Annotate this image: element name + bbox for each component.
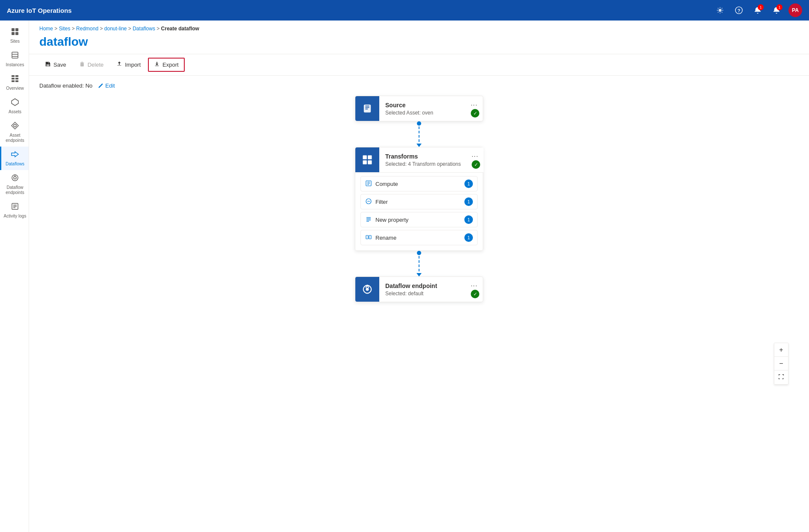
- sidebar: Sites Instances Overview Assets Asset en…: [0, 21, 29, 532]
- dataflow-status-bar: Dataflow enabled: No Edit: [39, 82, 799, 89]
- notifications-button-1[interactable]: 1: [751, 3, 765, 17]
- settings-button[interactable]: [713, 3, 727, 17]
- canvas-area: Dataflow enabled: No Edit Source: [29, 76, 809, 532]
- export-icon: [154, 61, 160, 68]
- connector-arrow-2: [416, 273, 422, 276]
- save-icon: [45, 61, 51, 68]
- svg-rect-7: [12, 52, 18, 58]
- transform-item-filter[interactable]: Filter 1: [360, 194, 478, 209]
- user-avatar[interactable]: PA: [788, 3, 802, 17]
- sidebar-item-activity-logs[interactable]: Activity logs: [0, 199, 29, 222]
- toolbar: Save Delete Import Export: [29, 54, 809, 76]
- endpoint-node-body: Dataflow endpoint ··· Selected: default: [379, 277, 483, 302]
- sidebar-item-asset-endpoints[interactable]: Asset endpoints: [0, 118, 29, 147]
- assets-icon: [11, 98, 19, 108]
- sidebar-item-dataflow-endpoints[interactable]: Dataflow endpoints: [0, 170, 29, 199]
- transforms-node-check: ✓: [472, 160, 480, 169]
- breadcrumb: Home > Sites > Redmond > donut-line > Da…: [29, 21, 809, 33]
- sidebar-item-sites[interactable]: Sites: [0, 24, 29, 47]
- breadcrumb-donut-line[interactable]: donut-line: [104, 26, 127, 32]
- svg-rect-12: [12, 78, 15, 79]
- transform-item-compute[interactable]: Compute 1: [360, 176, 478, 191]
- transforms-node-body: Transforms ··· Selected: 4 Transform ope…: [379, 147, 484, 172]
- import-icon: [116, 61, 122, 68]
- help-button[interactable]: ?: [732, 3, 746, 17]
- endpoint-node-title: Dataflow endpoint: [385, 282, 437, 289]
- delete-icon: [79, 61, 85, 68]
- svg-point-17: [14, 124, 16, 127]
- sidebar-activity-logs-label: Activity logs: [4, 214, 27, 219]
- transform-item-rename[interactable]: Rename 1: [360, 230, 478, 245]
- svg-rect-15: [15, 80, 18, 82]
- svg-rect-3: [12, 28, 15, 31]
- svg-point-42: [366, 288, 369, 291]
- delete-button[interactable]: Delete: [74, 58, 109, 71]
- transforms-node-more[interactable]: ···: [472, 153, 478, 160]
- endpoint-node-header: Dataflow endpoint ···: [385, 282, 478, 290]
- page-title: dataflow: [29, 33, 809, 54]
- endpoint-node-subtitle: Selected: default: [385, 291, 478, 297]
- rename-icon: [365, 234, 372, 242]
- sidebar-item-overview[interactable]: Overview: [0, 71, 29, 94]
- svg-rect-26: [363, 156, 367, 159]
- filter-label: Filter: [375, 199, 388, 205]
- source-node-more[interactable]: ···: [471, 101, 478, 109]
- save-button[interactable]: Save: [39, 58, 72, 71]
- connector-2: [416, 251, 422, 276]
- sidebar-item-dataflows[interactable]: Dataflows: [0, 147, 29, 170]
- svg-rect-14: [12, 80, 15, 82]
- overview-icon: [11, 74, 19, 84]
- svg-rect-6: [15, 32, 18, 35]
- compute-label: Compute: [375, 181, 398, 187]
- notifications-button-2[interactable]: 1: [770, 3, 783, 17]
- transform-item-filter-left: Filter: [365, 198, 388, 206]
- flow-canvas: Source ··· Selected Asset: oven ✓: [39, 96, 799, 395]
- svg-rect-11: [15, 75, 18, 77]
- fit-view-button[interactable]: [774, 370, 788, 384]
- new-property-badge: 1: [464, 215, 473, 224]
- zoom-out-icon: −: [779, 360, 783, 367]
- sidebar-sites-label: Sites: [10, 39, 20, 44]
- transforms-node-header: Transforms ···: [385, 153, 478, 160]
- source-node-header: Source ···: [385, 101, 478, 109]
- page-content: Home > Sites > Redmond > donut-line > Da…: [29, 21, 809, 532]
- svg-rect-13: [15, 78, 18, 79]
- sidebar-item-instances[interactable]: Instances: [0, 47, 29, 71]
- svg-rect-5: [12, 32, 15, 35]
- main-layout: Sites Instances Overview Assets Asset en…: [0, 21, 809, 532]
- source-node-icon: [355, 96, 379, 121]
- transform-item-new-property[interactable]: New property 1: [360, 212, 478, 227]
- compute-badge: 1: [464, 179, 473, 188]
- app-title: Azure IoT Operations: [7, 7, 713, 14]
- breadcrumb-dataflows[interactable]: Dataflows: [133, 26, 155, 32]
- endpoint-node-check: ✓: [471, 290, 479, 298]
- notification-badge-2: 1: [777, 4, 782, 10]
- topnav-icons: ? 1 1 PA: [713, 3, 802, 17]
- svg-rect-29: [368, 160, 372, 164]
- source-node[interactable]: Source ··· Selected Asset: oven ✓: [355, 96, 483, 121]
- breadcrumb-home[interactable]: Home: [39, 26, 53, 32]
- sidebar-item-assets[interactable]: Assets: [0, 94, 29, 118]
- dataflows-icon: [11, 150, 19, 160]
- export-button[interactable]: Export: [148, 58, 185, 72]
- breadcrumb-sites[interactable]: Sites: [59, 26, 71, 32]
- top-navigation: Azure IoT Operations ? 1 1 PA: [0, 0, 809, 21]
- svg-point-19: [14, 176, 16, 179]
- svg-text:?: ?: [738, 8, 741, 13]
- breadcrumb-redmond[interactable]: Redmond: [76, 26, 98, 32]
- zoom-out-button[interactable]: −: [774, 357, 788, 370]
- sidebar-dataflow-endpoints-label: Dataflow endpoints: [3, 185, 27, 195]
- transform-item-compute-left: Compute: [365, 180, 398, 188]
- endpoint-node[interactable]: Dataflow endpoint ··· Selected: default …: [355, 276, 483, 302]
- zoom-controls: + −: [774, 343, 788, 385]
- asset-endpoints-icon: [11, 121, 19, 131]
- source-node-title: Source: [385, 102, 405, 109]
- svg-rect-40: [366, 235, 368, 239]
- sites-icon: [11, 27, 19, 37]
- edit-button[interactable]: Edit: [97, 82, 115, 89]
- sidebar-overview-label: Overview: [6, 86, 24, 91]
- endpoint-node-more[interactable]: ···: [471, 282, 478, 290]
- import-button[interactable]: Import: [111, 58, 146, 71]
- notification-badge-1: 1: [758, 4, 764, 10]
- zoom-in-button[interactable]: +: [774, 343, 788, 357]
